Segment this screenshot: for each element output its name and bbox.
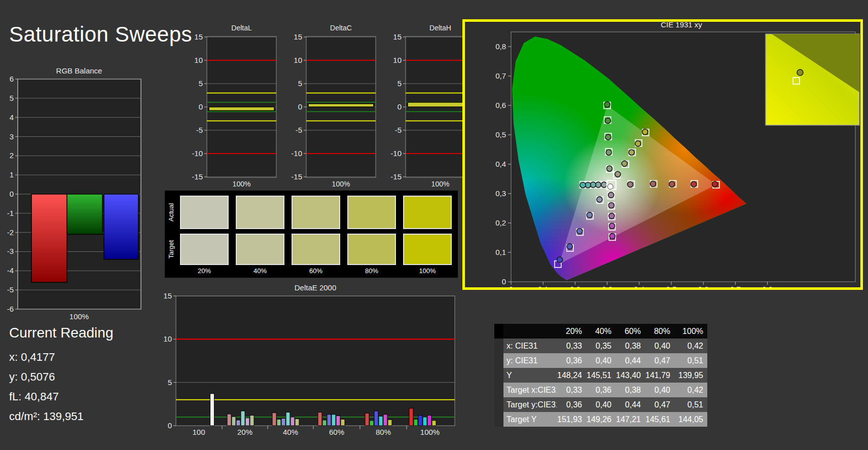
y-axis-label: 0 [298,102,302,111]
chart-title: CIE 1931 xy [661,20,702,29]
delta-bar [308,104,374,107]
delta-e-2000-chart[interactable]: 15105010020%40%60%80%100%DeltaE 2000 [152,282,459,441]
y-axis-label: 0,1 [495,248,506,256]
cie-1931-svg: 00,10,20,30,40,50,60,70,800,10,20,30,40,… [462,19,863,290]
swatch-actual-20% [180,196,229,229]
delta-e-bar [227,414,231,426]
delta-e-bar [322,420,327,426]
swatch-percent-label: 60% [292,267,340,276]
x-axis-label: 0,8 [762,285,773,290]
swatch-percent-label: 20% [180,267,229,276]
row-stub [494,324,503,339]
measured-point-yellow [635,141,641,146]
delta-e-bar [383,415,387,426]
table-row: x: CIE310,330,350,380,400,42 [494,339,707,353]
cell-value: 60% [616,324,645,339]
x-axis-label: 60% [329,428,344,436]
cell-value: 40% [586,324,616,339]
delta-e-bar [281,418,285,426]
cell-value: 0,38 [616,339,645,353]
y-axis-label: -5 [296,126,302,134]
y-axis-label: 0 [10,190,14,198]
delta-e-bar [418,416,422,426]
current-reading-title: Current Reading [9,325,113,341]
cell-value: 144,05 [674,412,707,427]
cell-value: 0,40 [645,383,674,397]
x-axis-label: 100% [431,180,450,188]
cell-value: 0,36 [557,397,586,412]
swatch-percent-label: 80% [347,267,396,276]
table-row: y: CIE310,360,400,440,470,51 [494,353,707,368]
chart-title: DeltaC [330,24,352,32]
y-axis-label: -5 [7,285,14,294]
current-reading-fl: fL: 40,847 [9,390,59,403]
measured-point-red [691,181,697,187]
swatch-target-60% [292,234,340,265]
measured-point-yellow [622,161,627,166]
delta-e-bar [318,413,322,426]
row-stub [494,383,503,397]
chart-title: DeltaL [231,24,252,32]
chart-title: DeltaE 2000 [295,283,337,292]
y-axis-label: -15 [192,172,203,181]
measured-point-blue [567,244,572,249]
measured-point-magenta [609,223,615,229]
y-axis-label: -1 [7,209,14,217]
current-reading-y: y: 0,5076 [9,370,55,384]
y-axis-label: 0,7 [495,71,506,80]
cell-value: 0,44 [616,353,645,368]
delta-e-bar [341,419,345,426]
current-reading-x: x: 0,4177 [9,351,55,364]
y-axis-label: 15 [194,32,203,41]
rgb-balance-chart[interactable]: 6543210-1-2-3-4-5-6RGB Balance100% [4,60,147,324]
measured-point-red [628,182,633,188]
measured-point-red [650,181,656,186]
x-axis-label: 0,7 [730,285,741,290]
y-axis-label: -10 [390,149,402,158]
swatch-row-label: Target [166,234,176,265]
delta-e-bar [241,411,245,426]
cie-1931-panel[interactable]: 00,10,20,30,40,50,60,70,800,10,20,30,40,… [462,19,863,290]
delta-e-bar [423,417,427,426]
x-axis-label: 0,1 [538,285,549,290]
delta-chart-deltac[interactable]: 151050-5-10-15DeltaC100% [283,20,377,190]
cell-value: 0,35 [586,339,616,353]
swatch-target-100% [403,234,452,265]
cell-value: 0,36 [557,353,586,368]
swatch-panel[interactable]: ActualTarget20%40%60%80%100% [165,191,458,278]
deltac-svg: 151050-5-10-15DeltaC100% [283,20,377,190]
delta-chart-deltal[interactable]: 151050-5-10-15DeltaL100% [184,20,278,190]
y-axis-label: 15 [294,32,302,41]
delta-bar [209,107,274,110]
measured-point-blue [557,257,563,262]
swatch-actual-60% [292,196,340,229]
swatch-target-40% [236,234,284,265]
table-header-row: 20%40%60%80%100% [494,324,707,339]
row-stub [494,368,503,383]
measured-point-green [606,149,611,155]
cell-value: 0,42 [674,383,707,397]
y-axis-label: 0 [199,102,203,111]
delta-e-bar [370,421,374,426]
delta-e-bar [336,416,340,426]
y-axis-label: -2 [7,228,14,237]
delta-e-bar [286,413,290,426]
row-label: x: CIE31 [503,339,557,353]
measured-point-red [712,181,717,187]
cell-value: 100% [674,324,707,339]
deltal-svg: 151050-5-10-15DeltaL100% [184,20,278,190]
plot-area [176,296,455,426]
row-label: y: CIE31 [503,353,557,368]
cell-value: 149,26 [586,412,616,427]
y-axis-label: 5 [199,79,203,88]
cell-value: 151,93 [557,412,586,427]
y-axis-label: -15 [390,172,402,181]
y-axis-label: 10 [163,334,172,343]
x-axis-label: 0 [509,285,513,290]
y-axis-label: 5 [298,79,302,88]
x-axis-label: 100% [332,180,350,188]
row-label: Target x:CIE31 [503,383,557,397]
delta-e-bar [388,420,392,426]
delta-e-bar [210,394,214,426]
delta-e-bar [291,417,295,426]
